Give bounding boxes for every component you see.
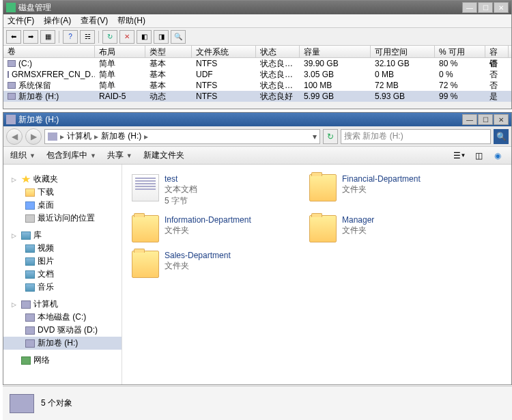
back-button[interactable]: ⬅ [6,30,21,44]
dm-title-text: 磁盘管理 [18,2,51,14]
minimize-button[interactable]: — [462,114,477,125]
tree-favorites[interactable]: ▷收藏夹 [3,173,122,186]
folder-item[interactable]: Information-Department文件夹 [132,215,282,242]
col-capacity[interactable]: 容量 [300,46,371,57]
tree-drive-c[interactable]: 本地磁盘 (C:) [3,311,122,324]
volume-icon [8,60,16,67]
action3-button[interactable]: 🔍 [171,30,186,44]
chevron-icon[interactable]: ▸ [144,132,148,141]
address-bar[interactable]: ▸ 计算机 ▸ 新加卷 (H:) ▸ ▾ [44,129,320,144]
ex-nav-tree: ▷收藏夹 下载 桌面 最近访问的位置 ▷库 视频 图片 文档 音乐 ▷计算机 本… [3,165,122,384]
folder-item[interactable]: Manager文件夹 [309,215,459,242]
file-item[interactable]: test文本文档5 字节 [132,174,282,207]
col-status[interactable]: 状态 [256,46,300,57]
chevron-icon[interactable]: ▸ [94,132,98,141]
close-button[interactable]: ✕ [494,114,509,125]
col-type[interactable]: 类型 [145,46,192,57]
volume-icon [8,71,9,78]
volume-icon [8,82,16,89]
col-filesystem[interactable]: 文件系统 [192,46,256,57]
file-name: Sales-Department [165,251,231,260]
minimize-button[interactable]: — [462,2,477,13]
tree-libraries[interactable]: ▷库 [3,229,122,242]
refresh-button[interactable]: ↻ [323,129,338,144]
tree-pictures[interactable]: 图片 [3,255,122,268]
folder-icon [132,251,159,278]
drive-icon [10,394,34,413]
tree-desktop[interactable]: 桌面 [3,199,122,212]
tree-documents[interactable]: 文档 [3,268,122,281]
maximize-button[interactable]: ☐ [478,114,493,125]
close-button[interactable]: ✕ [494,2,509,13]
tree-videos[interactable]: 视频 [3,242,122,255]
ex-title-text: 新加卷 (H:) [18,114,59,126]
ex-statusbar: 5 个对象 [3,386,512,420]
explorer-window: 新加卷 (H:) — ☐ ✕ ◀ ▶ ▸ 计算机 ▸ 新加卷 (H:) ▸ ▾ … [3,112,512,385]
dm-header-row: 卷 布局 类型 文件系统 状态 容量 可用空间 % 可用 容错 [3,46,511,58]
organize-button[interactable]: 组织▼ [10,150,35,161]
tree-recent[interactable]: 最近访问的位置 [3,212,122,225]
dm-volume-list: 卷 布局 类型 文件系统 状态 容量 可用空间 % 可用 容错 (C:)简单基本… [3,46,511,102]
file-name: Information-Department [165,215,251,225]
drive-icon [48,132,57,141]
col-layout[interactable]: 布局 [95,46,145,57]
maximize-button[interactable]: ☐ [478,2,493,13]
volume-row[interactable]: (C:)简单基本NTFS状态良…39.90 GB32.10 GB80 %否 [3,58,511,69]
volume-row[interactable]: GRMSXFRER_CN_D…简单基本UDF状态良…3.05 GB0 MB0 %… [3,69,511,80]
help-button[interactable]: ? [63,30,78,44]
col-fault[interactable]: 容错 [485,46,509,57]
status-text: 5 个对象 [41,397,72,409]
folder-icon [132,215,159,242]
ex-command-bar: 组织▼ 包含到库中▼ 共享▼ 新建文件夹 ☰ ▼ ◫ ◉ [3,147,511,165]
disk-management-window: 磁盘管理 — ☐ ✕ 文件(F) 操作(A) 查看(V) 帮助(H) ⬅ ➡ ▦… [3,0,512,109]
col-percent[interactable]: % 可用 [435,46,485,57]
crumb-volume[interactable]: 新加卷 (H:) [101,130,141,142]
refresh-button[interactable]: ↻ [102,30,117,44]
file-name: Manager [342,215,374,225]
menu-file[interactable]: 文件(F) [8,15,34,27]
nav-back-button[interactable]: ◀ [6,128,23,145]
properties-button[interactable]: ☵ [80,30,95,44]
col-volume[interactable]: 卷 [3,46,95,57]
folder-item[interactable]: Financial-Department文件夹 [309,174,459,207]
action1-button[interactable]: ◧ [137,30,152,44]
ex-titlebar[interactable]: 新加卷 (H:) — ☐ ✕ [3,113,511,126]
delete-button[interactable]: ✕ [119,30,134,44]
tree-computer[interactable]: ▷计算机 [3,298,122,311]
search-button[interactable]: 🔍 [494,129,509,144]
volume-row[interactable]: 系统保留简单基本NTFS状态良…100 MB72 MB72 %否 [3,80,511,91]
dm-titlebar[interactable]: 磁盘管理 — ☐ ✕ [3,1,511,14]
col-free[interactable]: 可用空间 [371,46,435,57]
menu-view[interactable]: 查看(V) [81,15,108,27]
up-button[interactable]: ▦ [40,30,55,44]
menu-help[interactable]: 帮助(H) [117,15,145,27]
search-input[interactable]: 搜索 新加卷 (H:) [341,129,491,144]
ex-file-pane[interactable]: test文本文档5 字节Financial-Department文件夹Infor… [122,165,511,384]
chevron-icon[interactable]: ▸ [60,132,64,141]
ex-navbar: ◀ ▶ ▸ 计算机 ▸ 新加卷 (H:) ▸ ▾ ↻ 搜索 新加卷 (H:) 🔍 [3,126,511,147]
tree-drive-d[interactable]: DVD 驱动器 (D:) [3,324,122,337]
new-folder-button[interactable]: 新建文件夹 [143,150,184,161]
nav-forward-button[interactable]: ▶ [25,128,42,145]
include-library-button[interactable]: 包含到库中▼ [46,150,96,161]
menu-action[interactable]: 操作(A) [44,15,71,27]
dropdown-icon[interactable]: ▾ [313,132,317,141]
forward-button[interactable]: ➡ [23,30,38,44]
text-file-icon [132,174,159,201]
view-mode-button[interactable]: ☰ ▼ [453,149,466,163]
preview-pane-button[interactable]: ◫ [472,149,485,163]
folder-item[interactable]: Sales-Department文件夹 [132,251,282,278]
dm-toolbar: ⬅ ➡ ▦ ? ☵ ↻ ✕ ◧ ◨ 🔍 [3,28,511,46]
crumb-computer[interactable]: 计算机 [67,130,91,142]
tree-network[interactable]: 网络 [3,354,122,367]
file-name: test [165,174,197,184]
help-icon[interactable]: ◉ [491,149,504,163]
tree-music[interactable]: 音乐 [3,281,122,294]
tree-downloads[interactable]: 下载 [3,186,122,199]
action2-button[interactable]: ◨ [154,30,169,44]
share-button[interactable]: 共享▼ [107,150,132,161]
tree-drive-h[interactable]: 新加卷 (H:) [3,337,122,350]
volume-row[interactable]: 新加卷 (H:)RAID-5动态NTFS状态良好5.99 GB5.93 GB99… [3,91,511,102]
volume-icon [8,93,16,100]
dm-app-icon [6,3,16,12]
